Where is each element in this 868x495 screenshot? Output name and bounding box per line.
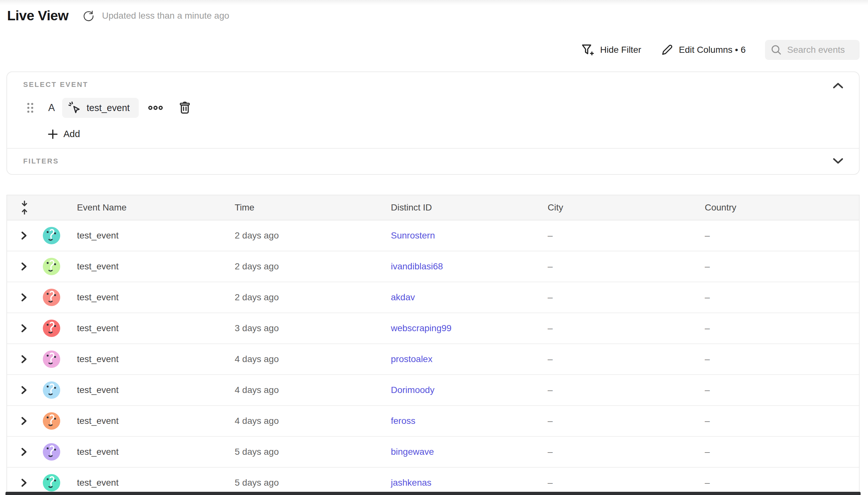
row-event-name: test_event (77, 323, 235, 334)
row-country: – (705, 292, 859, 303)
row-event-name: test_event (77, 416, 235, 426)
refresh-button[interactable] (82, 9, 95, 22)
row-distinct-id-link[interactable]: bingewave (391, 447, 434, 457)
search-events-input[interactable] (786, 45, 854, 55)
more-options-button[interactable] (147, 103, 165, 112)
row-country: – (705, 323, 859, 334)
row-distinct-id-link[interactable]: feross (391, 416, 415, 426)
delete-event-button[interactable] (177, 100, 192, 116)
chevron-right-icon (21, 231, 27, 240)
table-row: test_event 5 days ago jashkenas – – (7, 468, 859, 495)
drag-handle-icon[interactable] (26, 101, 34, 114)
row-country: – (705, 416, 859, 426)
expand-row-button[interactable] (20, 231, 28, 241)
table-row: test_event 3 days ago webscraping99 – – (7, 313, 859, 344)
select-event-label: SELECT EVENT (23, 81, 88, 89)
table-row: test_event 4 days ago Dorimoody – – (7, 375, 859, 406)
row-time: 4 days ago (235, 416, 391, 426)
expand-row-button[interactable] (20, 478, 28, 488)
chevron-right-icon (21, 355, 27, 364)
row-time: 2 days ago (235, 231, 391, 241)
row-city: – (548, 478, 705, 488)
expand-filters-button[interactable] (831, 156, 846, 166)
row-distinct-id-link[interactable]: jashkenas (391, 478, 431, 488)
collapse-select-event-button[interactable] (831, 81, 846, 91)
edit-columns-button[interactable]: Edit Columns • 6 (661, 44, 746, 56)
doodle-face-icon (43, 258, 60, 275)
row-distinct-id-link[interactable]: ivandiblasi68 (391, 261, 443, 271)
row-distinct-id-link[interactable]: webscraping99 (391, 323, 452, 333)
top-gradient (0, 0, 868, 5)
filters-section: FILTERS (7, 149, 859, 173)
row-time: 3 days ago (235, 323, 391, 334)
row-city: – (548, 447, 705, 457)
column-header-distinct-id[interactable]: Distinct ID (391, 202, 548, 213)
filter-plus-icon (581, 44, 595, 56)
chevron-right-icon (21, 262, 27, 271)
add-event-button[interactable]: Add (46, 127, 82, 141)
expand-row-button[interactable] (20, 447, 28, 457)
row-time: 5 days ago (235, 447, 391, 457)
row-country: – (705, 354, 859, 364)
avatar (43, 258, 60, 275)
expand-row-button[interactable] (20, 354, 28, 364)
row-event-name: test_event (77, 261, 235, 272)
row-time: 4 days ago (235, 354, 391, 364)
expand-row-button[interactable] (20, 385, 28, 395)
chevron-down-icon (833, 158, 844, 164)
expand-row-button[interactable] (20, 323, 28, 334)
row-country: – (705, 231, 859, 241)
row-city: – (548, 292, 705, 303)
row-distinct-id-link[interactable]: akdav (391, 292, 415, 302)
row-distinct-id-link[interactable]: Sunrostern (391, 231, 435, 240)
step-letter: A (47, 102, 56, 114)
row-distinct-id-link[interactable]: Dorimoody (391, 385, 434, 395)
table-header: Event Name Time Distinct ID City Country (7, 195, 859, 220)
avatar (43, 412, 60, 430)
event-select-button[interactable]: test_event (62, 98, 139, 118)
avatar (43, 289, 60, 306)
chevron-right-icon (21, 416, 27, 426)
row-time: 5 days ago (235, 478, 391, 488)
chevron-right-icon (21, 324, 27, 333)
avatar (43, 474, 60, 492)
avatar (43, 351, 60, 368)
column-header-city[interactable]: City (548, 202, 705, 213)
avatar (43, 443, 60, 461)
updated-status: Updated less than a minute ago (102, 11, 229, 21)
column-header-country[interactable]: Country (705, 202, 859, 213)
table-row: test_event 2 days ago akdav – – (7, 282, 859, 313)
row-event-name: test_event (77, 478, 235, 488)
hide-filter-button[interactable]: Hide Filter (581, 44, 641, 56)
select-event-section: SELECT EVENT A (7, 72, 859, 149)
expand-row-button[interactable] (20, 261, 28, 272)
row-city: – (548, 416, 705, 426)
table-row: test_event 4 days ago prostoalex – – (7, 344, 859, 375)
events-table: Event Name Time Distinct ID City Country (6, 195, 860, 495)
row-distinct-id-link[interactable]: prostoalex (391, 354, 432, 364)
column-header-event-name[interactable]: Event Name (77, 202, 235, 213)
row-event-name: test_event (77, 292, 235, 303)
table-row: test_event 2 days ago ivandiblasi68 – – (7, 251, 859, 282)
query-builder-panel: SELECT EVENT A (6, 71, 860, 175)
row-event-name: test_event (77, 447, 235, 457)
table-row: test_event 4 days ago feross – – (7, 406, 859, 437)
filters-label: FILTERS (23, 157, 59, 166)
page-header: Live View Updated less than a minute ago (7, 8, 229, 23)
doodle-face-icon (43, 443, 60, 461)
expand-row-button[interactable] (20, 292, 28, 303)
row-event-name: test_event (77, 354, 235, 364)
toolbar: Hide Filter Edit Columns • 6 (581, 40, 860, 60)
collapse-rows-button[interactable] (20, 201, 29, 215)
row-time: 4 days ago (235, 385, 391, 395)
row-city: – (548, 354, 705, 364)
table-body: test_event 2 days ago Sunrostern – – (7, 220, 859, 495)
search-events-box[interactable] (765, 40, 860, 60)
cursor-click-icon (68, 101, 82, 115)
row-time: 2 days ago (235, 261, 391, 272)
expand-row-button[interactable] (20, 416, 28, 426)
table-row: test_event 5 days ago bingewave – – (7, 437, 859, 468)
column-header-time[interactable]: Time (235, 202, 391, 213)
horizontal-scrollbar[interactable] (5, 492, 861, 495)
doodle-face-icon (43, 320, 60, 337)
